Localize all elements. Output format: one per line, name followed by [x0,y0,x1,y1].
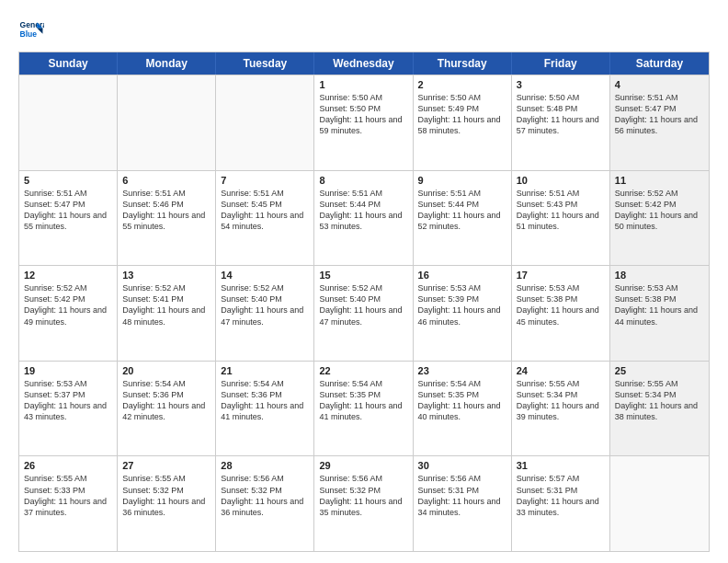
calendar-cell [216,75,314,170]
day-number: 4 [615,79,704,90]
calendar-cell: 7Sunrise: 5:51 AMSunset: 5:45 PMDaylight… [216,171,314,266]
day-info: Sunrise: 5:54 AMSunset: 5:35 PMDaylight:… [418,378,506,423]
calendar-header-cell: Tuesday [216,52,314,75]
calendar-week-row: 26Sunrise: 5:55 AMSunset: 5:33 PMDayligh… [19,455,709,551]
day-number: 26 [24,460,112,471]
calendar-cell: 27Sunrise: 5:55 AMSunset: 5:32 PMDayligh… [118,456,216,551]
day-number: 7 [221,175,309,186]
day-number: 17 [517,270,605,281]
day-info: Sunrise: 5:52 AMSunset: 5:40 PMDaylight:… [319,282,407,327]
calendar-cell: 12Sunrise: 5:52 AMSunset: 5:42 PMDayligh… [19,266,118,361]
day-number: 20 [122,365,210,376]
day-number: 8 [319,175,407,186]
day-number: 28 [221,460,309,471]
day-number: 27 [122,460,210,471]
calendar-header-cell: Friday [512,52,610,75]
day-number: 30 [418,460,506,471]
calendar-cell: 24Sunrise: 5:55 AMSunset: 5:34 PMDayligh… [512,362,610,456]
day-number: 14 [221,270,309,281]
day-info: Sunrise: 5:53 AMSunset: 5:37 PMDaylight:… [24,378,112,423]
day-info: Sunrise: 5:57 AMSunset: 5:31 PMDaylight:… [517,473,605,518]
calendar-cell: 29Sunrise: 5:56 AMSunset: 5:32 PMDayligh… [314,456,413,551]
day-info: Sunrise: 5:56 AMSunset: 5:32 PMDaylight:… [221,473,309,518]
calendar-cell: 28Sunrise: 5:56 AMSunset: 5:32 PMDayligh… [216,456,314,551]
day-number: 13 [122,270,210,281]
calendar-cell: 19Sunrise: 5:53 AMSunset: 5:37 PMDayligh… [19,362,118,456]
calendar-cell: 10Sunrise: 5:51 AMSunset: 5:43 PMDayligh… [512,171,610,266]
calendar-cell: 30Sunrise: 5:56 AMSunset: 5:31 PMDayligh… [414,456,512,551]
day-info: Sunrise: 5:51 AMSunset: 5:43 PMDaylight:… [517,188,605,233]
svg-text:Blue: Blue [20,29,38,39]
day-number: 15 [319,270,407,281]
calendar-cell: 18Sunrise: 5:53 AMSunset: 5:38 PMDayligh… [610,266,709,361]
calendar-cell: 26Sunrise: 5:55 AMSunset: 5:33 PMDayligh… [19,456,118,551]
day-info: Sunrise: 5:52 AMSunset: 5:42 PMDaylight:… [24,282,112,327]
day-number: 22 [319,365,407,376]
day-info: Sunrise: 5:52 AMSunset: 5:40 PMDaylight:… [221,282,309,327]
calendar-week-row: 5Sunrise: 5:51 AMSunset: 5:47 PMDaylight… [19,170,709,266]
day-info: Sunrise: 5:51 AMSunset: 5:45 PMDaylight:… [221,188,309,233]
page-header: General Blue [18,17,710,42]
day-info: Sunrise: 5:55 AMSunset: 5:34 PMDaylight:… [517,378,605,423]
calendar-cell: 1Sunrise: 5:50 AMSunset: 5:50 PMDaylight… [314,75,413,170]
calendar-cell: 15Sunrise: 5:52 AMSunset: 5:40 PMDayligh… [314,266,413,361]
day-info: Sunrise: 5:51 AMSunset: 5:46 PMDaylight:… [122,188,210,233]
calendar-week-row: 19Sunrise: 5:53 AMSunset: 5:37 PMDayligh… [19,361,709,456]
day-info: Sunrise: 5:54 AMSunset: 5:36 PMDaylight:… [122,378,210,423]
day-info: Sunrise: 5:53 AMSunset: 5:38 PMDaylight:… [615,282,704,327]
day-number: 24 [517,365,605,376]
calendar-cell: 9Sunrise: 5:51 AMSunset: 5:44 PMDaylight… [414,171,512,266]
calendar-week-row: 12Sunrise: 5:52 AMSunset: 5:42 PMDayligh… [19,265,709,361]
day-info: Sunrise: 5:51 AMSunset: 5:47 PMDaylight:… [24,188,112,233]
day-number: 18 [615,270,704,281]
calendar-cell: 22Sunrise: 5:54 AMSunset: 5:35 PMDayligh… [314,362,413,456]
calendar-cell: 4Sunrise: 5:51 AMSunset: 5:47 PMDaylight… [610,75,709,170]
logo: General Blue [18,17,48,42]
day-info: Sunrise: 5:54 AMSunset: 5:35 PMDaylight:… [319,378,407,423]
calendar-cell: 25Sunrise: 5:55 AMSunset: 5:34 PMDayligh… [610,362,709,456]
calendar-cell: 11Sunrise: 5:52 AMSunset: 5:42 PMDayligh… [610,171,709,266]
calendar-header-row: SundayMondayTuesdayWednesdayThursdayFrid… [19,52,709,75]
day-number: 6 [122,175,210,186]
calendar-week-row: 1Sunrise: 5:50 AMSunset: 5:50 PMDaylight… [19,75,709,170]
day-info: Sunrise: 5:51 AMSunset: 5:44 PMDaylight:… [418,188,506,233]
day-info: Sunrise: 5:50 AMSunset: 5:50 PMDaylight:… [319,92,407,137]
calendar-cell [19,75,118,170]
day-info: Sunrise: 5:55 AMSunset: 5:32 PMDaylight:… [122,473,210,518]
day-info: Sunrise: 5:53 AMSunset: 5:39 PMDaylight:… [418,282,506,327]
day-number: 10 [517,175,605,186]
calendar-cell [118,75,216,170]
day-number: 16 [418,270,506,281]
day-info: Sunrise: 5:55 AMSunset: 5:34 PMDaylight:… [615,378,704,423]
day-number: 31 [517,460,605,471]
day-number: 5 [24,175,112,186]
day-number: 3 [517,79,605,90]
calendar-cell: 17Sunrise: 5:53 AMSunset: 5:38 PMDayligh… [512,266,610,361]
calendar-header-cell: Sunday [19,52,118,75]
calendar-cell: 14Sunrise: 5:52 AMSunset: 5:40 PMDayligh… [216,266,314,361]
calendar-cell: 23Sunrise: 5:54 AMSunset: 5:35 PMDayligh… [414,362,512,456]
day-info: Sunrise: 5:56 AMSunset: 5:31 PMDaylight:… [418,473,506,518]
day-number: 12 [24,270,112,281]
calendar-cell: 31Sunrise: 5:57 AMSunset: 5:31 PMDayligh… [512,456,610,551]
day-info: Sunrise: 5:52 AMSunset: 5:42 PMDaylight:… [615,188,704,233]
calendar-cell [610,456,709,551]
day-number: 21 [221,365,309,376]
day-number: 23 [418,365,506,376]
day-number: 19 [24,365,112,376]
day-number: 25 [615,365,704,376]
calendar-cell: 3Sunrise: 5:50 AMSunset: 5:48 PMDaylight… [512,75,610,170]
logo-icon: General Blue [18,17,44,42]
calendar-header-cell: Wednesday [314,52,413,75]
calendar-cell: 2Sunrise: 5:50 AMSunset: 5:49 PMDaylight… [414,75,512,170]
calendar-cell: 16Sunrise: 5:53 AMSunset: 5:39 PMDayligh… [414,266,512,361]
calendar-header-cell: Thursday [414,52,512,75]
calendar-cell: 13Sunrise: 5:52 AMSunset: 5:41 PMDayligh… [118,266,216,361]
calendar-cell: 6Sunrise: 5:51 AMSunset: 5:46 PMDaylight… [118,171,216,266]
day-info: Sunrise: 5:52 AMSunset: 5:41 PMDaylight:… [122,282,210,327]
svg-marker-3 [37,28,42,33]
calendar-cell: 8Sunrise: 5:51 AMSunset: 5:44 PMDaylight… [314,171,413,266]
day-number: 29 [319,460,407,471]
day-info: Sunrise: 5:50 AMSunset: 5:49 PMDaylight:… [418,92,506,137]
day-number: 9 [418,175,506,186]
